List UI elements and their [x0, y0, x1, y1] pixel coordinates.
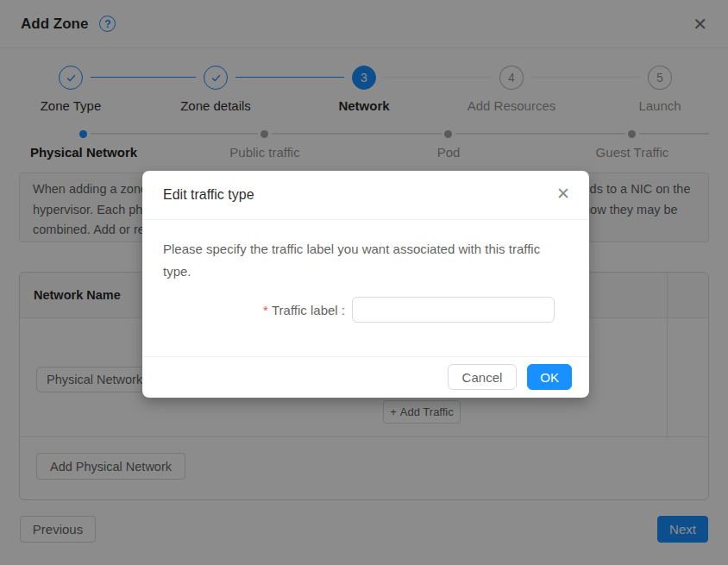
ok-button[interactable]: OK [527, 364, 572, 390]
modal-spacer [163, 323, 568, 356]
modal-body: Please specify the traffic label you wan… [142, 220, 589, 356]
field-label-text: Traffic label [272, 303, 338, 317]
modal-footer: Cancel OK [142, 356, 589, 398]
modal-title: Edit traffic type [163, 187, 254, 202]
field-label-colon: : [338, 303, 345, 317]
cancel-button[interactable]: Cancel [448, 364, 518, 390]
traffic-label-field-label: *Traffic label : [163, 303, 352, 317]
traffic-label-input[interactable] [352, 297, 555, 323]
add-zone-wizard-page: Add Zone ? ✕ 3 4 5 Zone Type Zone deta [0, 0, 728, 565]
required-asterisk: * [263, 303, 268, 317]
close-icon[interactable]: ✕ [556, 185, 570, 202]
traffic-label-form-row: *Traffic label : [163, 297, 568, 323]
modal-header: Edit traffic type ✕ [142, 171, 589, 220]
edit-traffic-type-modal: Edit traffic type ✕ Please specify the t… [142, 171, 589, 398]
modal-description: Please specify the traffic label you wan… [163, 238, 568, 283]
